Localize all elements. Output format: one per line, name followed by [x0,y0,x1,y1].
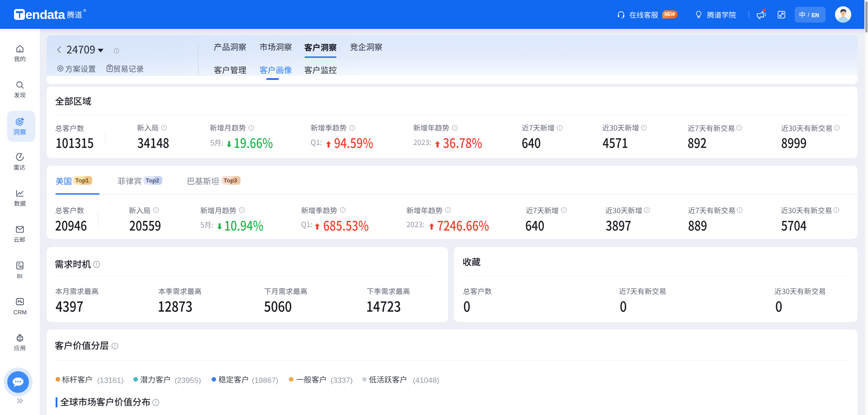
svg-text:BI: BI [19,265,23,268]
